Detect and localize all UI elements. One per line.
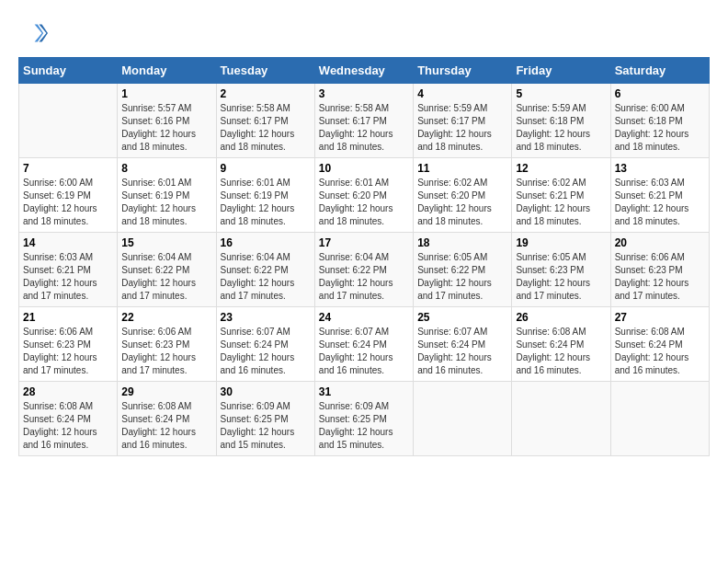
day-number: 11 [417,162,507,175]
calendar-cell: 5Sunrise: 5:59 AMSunset: 6:18 PMDaylight… [512,84,610,158]
calendar-cell: 24Sunrise: 6:07 AMSunset: 6:24 PMDayligh… [314,307,413,382]
calendar-cell: 8Sunrise: 6:01 AMSunset: 6:19 PMDaylight… [118,158,216,233]
day-number: 1 [121,87,211,100]
calendar-cell: 22Sunrise: 6:06 AMSunset: 6:23 PMDayligh… [118,307,216,382]
calendar-cell: 14Sunrise: 6:03 AMSunset: 6:21 PMDayligh… [19,233,118,307]
day-header-sunday: Sunday [19,58,118,84]
day-number: 24 [319,311,409,324]
calendar-cell: 21Sunrise: 6:06 AMSunset: 6:23 PMDayligh… [19,307,118,382]
day-number: 29 [121,385,211,398]
day-info: Sunrise: 6:05 AMSunset: 6:23 PMDaylight:… [516,251,606,303]
calendar-cell: 31Sunrise: 6:09 AMSunset: 6:25 PMDayligh… [314,382,413,456]
calendar-cell: 27Sunrise: 6:08 AMSunset: 6:24 PMDayligh… [610,307,709,382]
day-info: Sunrise: 6:00 AMSunset: 6:19 PMDaylight:… [23,177,113,228]
calendar-body: 1Sunrise: 5:57 AMSunset: 6:16 PMDaylight… [19,84,710,456]
calendar-week-2: 7Sunrise: 6:00 AMSunset: 6:19 PMDaylight… [19,158,710,233]
day-info: Sunrise: 6:07 AMSunset: 6:24 PMDaylight:… [417,326,507,377]
day-number: 3 [319,87,409,100]
day-info: Sunrise: 6:06 AMSunset: 6:23 PMDaylight:… [615,251,705,303]
day-info: Sunrise: 6:08 AMSunset: 6:24 PMDaylight:… [121,400,211,452]
header-row: SundayMondayTuesdayWednesdayThursdayFrid… [19,58,710,84]
calendar-cell: 12Sunrise: 6:02 AMSunset: 6:21 PMDayligh… [512,158,610,233]
day-info: Sunrise: 5:58 AMSunset: 6:17 PMDaylight:… [221,102,311,154]
day-info: Sunrise: 6:03 AMSunset: 6:21 PMDaylight:… [23,251,113,303]
day-number: 6 [615,87,705,100]
day-number: 8 [121,162,211,175]
calendar-cell: 16Sunrise: 6:04 AMSunset: 6:22 PMDayligh… [216,233,314,307]
day-number: 7 [23,162,113,175]
day-info: Sunrise: 6:02 AMSunset: 6:20 PMDaylight:… [417,177,507,228]
page-header [18,18,710,48]
day-number: 14 [23,236,113,249]
day-number: 9 [221,162,311,175]
calendar-cell: 20Sunrise: 6:06 AMSunset: 6:23 PMDayligh… [610,233,709,307]
day-info: Sunrise: 6:09 AMSunset: 6:25 PMDaylight:… [221,400,311,452]
day-number: 23 [221,311,311,324]
calendar-cell: 2Sunrise: 5:58 AMSunset: 6:17 PMDaylight… [216,84,314,158]
day-info: Sunrise: 6:03 AMSunset: 6:21 PMDaylight:… [615,177,705,228]
day-number: 21 [23,311,113,324]
day-number: 10 [319,162,409,175]
day-info: Sunrise: 6:04 AMSunset: 6:22 PMDaylight:… [319,251,409,303]
calendar-cell: 18Sunrise: 6:05 AMSunset: 6:22 PMDayligh… [414,233,512,307]
day-info: Sunrise: 6:09 AMSunset: 6:25 PMDaylight:… [319,400,409,452]
calendar-cell: 30Sunrise: 6:09 AMSunset: 6:25 PMDayligh… [216,382,314,456]
day-info: Sunrise: 5:59 AMSunset: 6:18 PMDaylight:… [516,102,606,154]
day-info: Sunrise: 6:04 AMSunset: 6:22 PMDaylight:… [121,251,211,303]
calendar-cell: 13Sunrise: 6:03 AMSunset: 6:21 PMDayligh… [610,158,709,233]
day-number: 26 [516,311,606,324]
calendar-cell: 4Sunrise: 5:59 AMSunset: 6:17 PMDaylight… [414,84,512,158]
day-number: 12 [516,162,606,175]
calendar-week-1: 1Sunrise: 5:57 AMSunset: 6:16 PMDaylight… [19,84,710,158]
day-number: 18 [417,236,507,249]
calendar-cell: 10Sunrise: 6:01 AMSunset: 6:20 PMDayligh… [314,158,413,233]
day-number: 16 [221,236,311,249]
day-header-monday: Monday [118,58,216,84]
day-info: Sunrise: 5:59 AMSunset: 6:17 PMDaylight:… [417,102,507,154]
day-number: 22 [121,311,211,324]
calendar-cell [610,382,709,456]
calendar-cell [512,382,610,456]
calendar-week-4: 21Sunrise: 6:06 AMSunset: 6:23 PMDayligh… [19,307,710,382]
calendar-cell: 7Sunrise: 6:00 AMSunset: 6:19 PMDaylight… [19,158,118,233]
calendar-table: SundayMondayTuesdayWednesdayThursdayFrid… [18,57,710,456]
calendar-cell: 17Sunrise: 6:04 AMSunset: 6:22 PMDayligh… [314,233,413,307]
calendar-cell: 15Sunrise: 6:04 AMSunset: 6:22 PMDayligh… [118,233,216,307]
day-info: Sunrise: 6:01 AMSunset: 6:20 PMDaylight:… [319,177,409,228]
day-info: Sunrise: 6:02 AMSunset: 6:21 PMDaylight:… [516,177,606,228]
calendar-cell [19,84,118,158]
calendar-cell: 25Sunrise: 6:07 AMSunset: 6:24 PMDayligh… [414,307,512,382]
day-info: Sunrise: 6:01 AMSunset: 6:19 PMDaylight:… [121,177,211,228]
calendar-cell: 26Sunrise: 6:08 AMSunset: 6:24 PMDayligh… [512,307,610,382]
calendar-cell: 3Sunrise: 5:58 AMSunset: 6:17 PMDaylight… [314,84,413,158]
calendar-cell: 9Sunrise: 6:01 AMSunset: 6:19 PMDaylight… [216,158,314,233]
day-number: 28 [23,385,113,398]
day-info: Sunrise: 5:58 AMSunset: 6:17 PMDaylight:… [319,102,409,154]
day-number: 25 [417,311,507,324]
day-number: 30 [221,385,311,398]
calendar-cell: 19Sunrise: 6:05 AMSunset: 6:23 PMDayligh… [512,233,610,307]
calendar-cell: 29Sunrise: 6:08 AMSunset: 6:24 PMDayligh… [118,382,216,456]
calendar-cell [414,382,512,456]
day-info: Sunrise: 6:08 AMSunset: 6:24 PMDaylight:… [23,400,113,452]
day-info: Sunrise: 6:08 AMSunset: 6:24 PMDaylight:… [516,326,606,377]
day-number: 19 [516,236,606,249]
calendar-cell: 28Sunrise: 6:08 AMSunset: 6:24 PMDayligh… [19,382,118,456]
calendar-cell: 1Sunrise: 5:57 AMSunset: 6:16 PMDaylight… [118,84,216,158]
day-info: Sunrise: 6:08 AMSunset: 6:24 PMDaylight:… [615,326,705,377]
day-header-tuesday: Tuesday [216,58,314,84]
day-number: 13 [615,162,705,175]
day-number: 20 [615,236,705,249]
day-info: Sunrise: 5:57 AMSunset: 6:16 PMDaylight:… [121,102,211,154]
calendar-week-3: 14Sunrise: 6:03 AMSunset: 6:21 PMDayligh… [19,233,710,307]
day-info: Sunrise: 6:04 AMSunset: 6:22 PMDaylight:… [221,251,311,303]
day-number: 5 [516,87,606,100]
day-info: Sunrise: 6:06 AMSunset: 6:23 PMDaylight:… [121,326,211,377]
calendar-cell: 23Sunrise: 6:07 AMSunset: 6:24 PMDayligh… [216,307,314,382]
day-header-thursday: Thursday [414,58,512,84]
day-number: 15 [121,236,211,249]
day-info: Sunrise: 6:06 AMSunset: 6:23 PMDaylight:… [23,326,113,377]
day-header-wednesday: Wednesday [314,58,413,84]
day-number: 27 [615,311,705,324]
day-info: Sunrise: 6:01 AMSunset: 6:19 PMDaylight:… [221,177,311,228]
